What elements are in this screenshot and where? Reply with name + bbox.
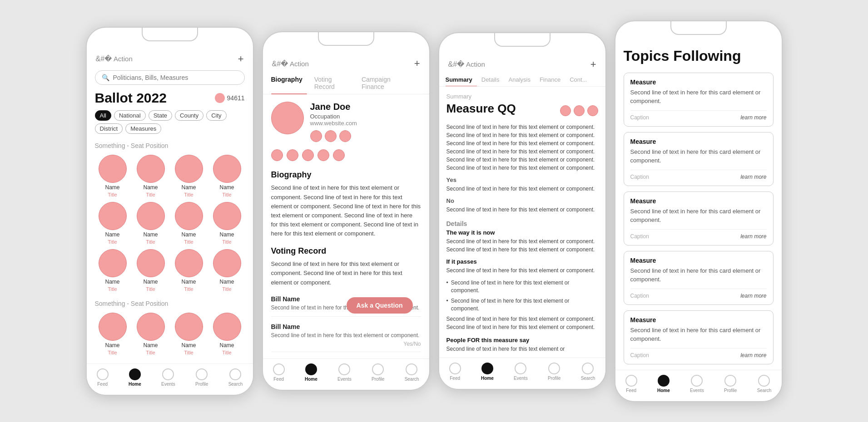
card-5[interactable]: Measure Second line of text in here for …: [624, 310, 774, 364]
chip-state[interactable]: State: [149, 110, 172, 121]
nav-feed[interactable]: Feed: [625, 375, 637, 393]
ballot-header: Ballot 2022 94611: [95, 90, 245, 106]
measure-dot-1[interactable]: [560, 105, 571, 116]
candidate-item[interactable]: NameTitle: [95, 202, 130, 245]
social-dot-4[interactable]: [317, 149, 329, 161]
nav-events[interactable]: Events: [161, 368, 175, 387]
card-4-footer: Caption learn more: [630, 293, 767, 299]
candidate-item[interactable]: NameTitle: [133, 249, 169, 292]
action-dot-1[interactable]: [310, 130, 322, 142]
measure-dot-2[interactable]: [574, 105, 585, 116]
social-dot-1[interactable]: [271, 149, 283, 161]
nav-home[interactable]: Home: [481, 363, 494, 381]
card-3[interactable]: Measure Second line of text in here for …: [624, 191, 774, 245]
candidate-item[interactable]: NameTitle: [133, 202, 169, 245]
nav-home[interactable]: Home: [129, 368, 141, 387]
card-4[interactable]: Measure Second line of text in here for …: [624, 251, 774, 305]
candidate-item[interactable]: NameTitle: [133, 155, 169, 197]
nav-profile[interactable]: Profile: [195, 368, 208, 387]
candidate-item[interactable]: NameTitle: [209, 313, 245, 355]
voting-record-title: Voting Record: [271, 246, 421, 256]
candidate-item[interactable]: NameTitle: [95, 155, 130, 197]
social-dot-3[interactable]: [302, 149, 314, 161]
nav-profile-label: Profile: [548, 376, 560, 381]
candidate-item[interactable]: NameTitle: [95, 249, 130, 292]
profile-website[interactable]: www.website.com: [310, 120, 421, 127]
nav-search[interactable]: Search: [228, 368, 243, 387]
tab-campaign-finance[interactable]: Campaign Finance: [362, 72, 414, 94]
tab-biography[interactable]: Biography: [271, 72, 307, 94]
nav-search[interactable]: Search: [581, 363, 595, 381]
summary-tabs: Summary Details Analysis Finance Cont...: [439, 73, 605, 87]
screen3-back-action[interactable]: &#� Action: [448, 60, 485, 69]
nav-profile[interactable]: Profile: [724, 375, 737, 393]
nav-search[interactable]: Search: [405, 363, 419, 382]
candidate-item[interactable]: NameTitle: [133, 313, 169, 355]
ask-question-button[interactable]: Ask a Question: [347, 297, 413, 314]
chip-national[interactable]: National: [114, 110, 146, 121]
candidate-item[interactable]: NameTitle: [209, 249, 245, 292]
card-5-body: Second line of text in here for this car…: [630, 326, 767, 343]
nav-home[interactable]: Home: [657, 375, 670, 393]
candidate-item[interactable]: NameTitle: [95, 313, 130, 355]
action-dot-3[interactable]: [339, 130, 351, 142]
screen4-phone: Topics Following Measure Second line of …: [615, 20, 783, 402]
nav-home[interactable]: Home: [305, 363, 317, 382]
search-bar[interactable]: 🔍: [95, 70, 245, 85]
card-1-learn-more[interactable]: learn more: [740, 114, 766, 121]
bill-item-2: Bill Name Second line of text in here fo…: [271, 323, 421, 352]
add-icon[interactable]: +: [414, 58, 420, 69]
card-1[interactable]: Measure Second line of text in here for …: [624, 73, 774, 127]
action-dot-2[interactable]: [325, 130, 337, 142]
social-dot-2[interactable]: [287, 149, 298, 161]
if-passes: If it passes: [446, 258, 598, 265]
candidate-item[interactable]: NameTitle: [171, 249, 207, 292]
chip-measures[interactable]: Measures: [125, 123, 161, 134]
nav-feed[interactable]: Feed: [97, 368, 109, 387]
screen1-back-action[interactable]: &#� Action: [96, 54, 133, 63]
card-5-learn-more[interactable]: learn more: [740, 352, 766, 358]
zip-badge[interactable]: 94611: [215, 93, 245, 103]
candidate-item[interactable]: NameTitle: [171, 202, 207, 245]
add-icon[interactable]: +: [590, 59, 596, 70]
nav-feed[interactable]: Feed: [449, 363, 461, 381]
chip-city[interactable]: City: [206, 110, 226, 121]
search-input[interactable]: [113, 74, 238, 81]
tab-voting-record[interactable]: Voting Record: [314, 72, 354, 94]
tab-summary[interactable]: Summary: [446, 73, 477, 86]
people-for-text: Second line of text in here for this tex…: [446, 345, 598, 353]
card-3-learn-more[interactable]: learn more: [740, 233, 766, 240]
candidate-item[interactable]: NameTitle: [209, 202, 245, 245]
nav-search[interactable]: Search: [757, 375, 772, 393]
tab-finance[interactable]: Finance: [540, 73, 565, 86]
candidate-item[interactable]: NameTitle: [171, 155, 207, 197]
chip-county[interactable]: County: [175, 110, 203, 121]
chip-district[interactable]: District: [95, 123, 123, 134]
nav-feed-label: Feed: [97, 382, 108, 387]
vote-no-text: Second line of text in here for this tex…: [446, 206, 598, 214]
tab-details[interactable]: Details: [481, 73, 504, 86]
nav-profile[interactable]: Profile: [372, 363, 384, 382]
screen2-back-action[interactable]: &#� Action: [272, 59, 309, 68]
nav-events[interactable]: Events: [514, 363, 528, 381]
card-4-learn-more[interactable]: learn more: [740, 293, 766, 299]
candidate-item[interactable]: NameTitle: [209, 155, 245, 197]
add-icon[interactable]: +: [238, 53, 244, 65]
card-5-label: Measure: [630, 316, 767, 324]
nav-profile[interactable]: Profile: [548, 363, 560, 381]
nav-feed[interactable]: Feed: [273, 363, 285, 382]
screen1-topbar: &#� Action +: [87, 49, 253, 68]
tab-cont[interactable]: Cont...: [570, 73, 591, 86]
card-1-label: Measure: [630, 79, 767, 86]
nav-events[interactable]: Events: [337, 363, 352, 382]
card-2-divider: [630, 170, 767, 170]
tab-analysis[interactable]: Analysis: [509, 73, 535, 86]
nav-events[interactable]: Events: [690, 375, 704, 393]
candidate-item[interactable]: NameTitle: [171, 313, 207, 355]
chip-all[interactable]: All: [95, 110, 111, 121]
social-dot-5[interactable]: [333, 149, 345, 161]
card-2[interactable]: Measure Second line of text in here for …: [624, 132, 774, 186]
card-2-learn-more[interactable]: learn more: [740, 174, 766, 180]
summary-label: Summary: [446, 93, 598, 100]
measure-dot-3[interactable]: [587, 105, 598, 116]
